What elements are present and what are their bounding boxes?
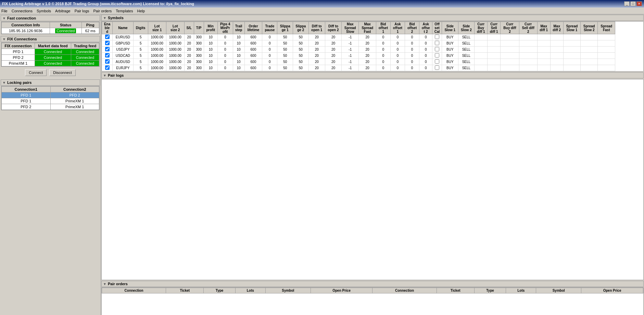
fix-row[interactable]: PFD 1 Connected Connected [2,49,99,55]
sym-diffopen2: 20 [325,40,341,47]
menubar-item-file[interactable]: File [1,9,8,13]
sym-sl: 20 [184,40,194,47]
sym-offsetcal[interactable] [432,34,442,40]
table-row[interactable]: EURUSD51000.001000.002030010010600050502… [102,34,615,40]
sym-pips4: 0 [217,40,233,47]
sym-col-9: Trailstep [233,22,244,34]
sym-offsetcal[interactable] [432,47,442,53]
fix-conn-name: PFD 1 [2,49,35,55]
fix-market-status: Connected [35,49,71,55]
sym-trailstep: 10 [233,65,244,71]
menubar: FileConnectionsSymbolsArbitragePair logs… [0,8,644,14]
connect-button[interactable]: Connect [25,69,47,76]
sym-col-0: Enabled [102,22,113,34]
menubar-item-pair orders[interactable]: Pair orders [93,9,112,13]
sym-sideslow1: BUY [442,65,458,71]
sym-askoffset2: 0 [419,34,432,40]
sym-currselldiff2 [519,65,537,71]
disconnect-button[interactable]: Disconnect [49,69,75,76]
fix-row[interactable]: PFD 2 Connected Connected [2,55,99,61]
sym-offsetcal[interactable] [432,59,442,65]
table-row[interactable]: AUDUSD51000.001000.002030010010600050502… [102,59,615,65]
collapse-arrow-locking[interactable]: ▼ [2,81,6,85]
sym-pips4: 0 [217,34,233,40]
sym-sideslow2: SELL [458,40,475,47]
sym-col-4: Lotsize 2 [166,22,184,34]
sym-spreadslow2 [581,59,598,65]
sym-col-10: Orderlifetime [244,22,262,34]
locking-row[interactable]: PFD 1 PrimeXM 1 [2,98,99,104]
sym-maxspreadfast: 20 [359,47,376,53]
sym-enabled[interactable] [102,65,113,71]
fix-col-connection: FIX connection [2,43,35,49]
locking-conn1: PFD 2 [2,104,51,110]
sym-enabled[interactable] [102,34,113,40]
table-row[interactable]: USDCAD51000.001000.002030010010600050502… [102,53,615,59]
collapse-arrow-orders[interactable]: ▼ [103,282,106,286]
sym-maxdiff2 [550,65,563,71]
collapse-arrow-logs[interactable]: ▼ [103,74,106,77]
minimize-button[interactable]: _ [624,1,630,6]
sym-sideslow1: BUY [442,40,458,47]
sym-offsetcal[interactable] [432,40,442,47]
sym-trailstep: 10 [233,47,244,53]
sym-maxspreadslow: -1 [342,59,359,65]
sym-col-30: Maxdiff 2 [550,22,563,34]
sym-name: EURJPY [113,65,134,71]
sym-offsetcal[interactable] [432,53,442,59]
table-row[interactable]: EURJPY51000.001000.002030010010600050502… [102,65,615,71]
sym-spreadfast [598,65,615,71]
connection-ping-value: 62 ms [81,28,99,34]
pair-logs-content [101,79,644,280]
title-bar-controls[interactable]: _ □ ✕ [624,1,642,6]
sym-enabled[interactable] [102,53,113,59]
table-row[interactable]: USDJPY51000.001000.002030010010600050502… [102,47,615,53]
sym-spreadslow1 [563,40,580,47]
sym-col-28: CurrSell diff2 [519,22,537,34]
menubar-item-connections[interactable]: Connections [12,9,33,13]
fix-trading-status: Connected [71,49,99,55]
sym-col-29: Maxdiff 1 [537,22,550,34]
sym-pips4: 0 [217,59,233,65]
sym-maxspreadfast: 20 [359,65,376,71]
sym-trailstep: 10 [233,59,244,65]
sym-lot2: 1000.00 [166,53,184,59]
locking-row[interactable]: PFD 1 PFD 2 [2,92,99,98]
close-button[interactable]: ✕ [636,1,642,6]
menubar-item-help[interactable]: Help [137,9,145,13]
sym-enabled[interactable] [102,59,113,65]
menubar-item-arbitrage[interactable]: Arbitrage [55,9,71,13]
sym-currselldiff1 [488,59,501,65]
sym-tp: 300 [194,47,204,53]
orders-col-2: Type [204,288,235,293]
sym-col-31: SpreadSlow 1 [563,22,580,34]
sym-col-3: Lotsize 1 [148,22,166,34]
sym-bidoffset1: 0 [376,34,390,40]
pair-logs-header: ▼ Pair logs [101,72,644,78]
locking-row[interactable]: PFD 2 PrimeXM 1 [2,104,99,110]
sym-askoffset1: 0 [390,59,405,65]
buttons-row: Connect Disconnect [1,67,100,78]
sym-askoffset2: 0 [419,59,432,65]
menubar-item-pair logs[interactable]: Pair logs [75,9,89,13]
table-row[interactable]: GBPUSD51000.001000.002030010010600050502… [102,40,615,47]
sym-currselldiff2 [519,53,537,59]
fix-connections-header: ▼ FIX Connections [1,36,100,42]
collapse-arrow-fix[interactable]: ▼ [2,37,6,41]
sym-enabled[interactable] [102,47,113,53]
menubar-item-symbols[interactable]: Symbols [37,9,51,13]
sym-col-27: CurrBuy diff2 [501,22,519,34]
collapse-arrow-fast[interactable]: ▼ [2,16,6,20]
sym-col-20: Bidoffset2 [405,22,419,34]
fix-row[interactable]: PrimeXM 1 Connected Connected [2,61,99,66]
sym-offsetcal[interactable] [432,65,442,71]
collapse-arrow-symbols[interactable]: ▼ [103,16,106,20]
maximize-button[interactable]: □ [630,1,636,6]
sym-tp: 300 [194,53,204,59]
sym-askoffset2: 0 [419,53,432,59]
sym-enabled[interactable] [102,40,113,47]
sym-col-33: SpreadFast [598,22,615,34]
sym-spreadslow1 [563,59,580,65]
sym-tradepause: 0 [262,47,277,53]
menubar-item-templates[interactable]: Templates [116,9,133,13]
